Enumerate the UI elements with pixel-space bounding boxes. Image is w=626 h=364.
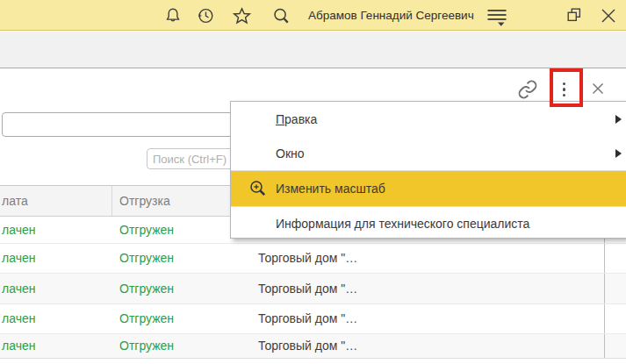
application-window: Абрамов Геннадий Сергеевич <box>0 0 626 364</box>
payment-cell: лачен <box>0 274 112 303</box>
payment-cell: лачен <box>0 217 112 243</box>
shipment-cell: Отгружен <box>112 334 252 358</box>
user-name: Абрамов Геннадий Сергеевич <box>308 0 474 31</box>
menu-item-window[interactable]: Окно <box>231 136 626 170</box>
table-row[interactable]: лачен Отгружен Торговый дом "… <box>0 274 626 304</box>
close-window-icon[interactable] <box>600 6 617 25</box>
table-row[interactable]: лачен Отгружен Торговый дом "… <box>0 244 626 274</box>
customer-cell: Торговый дом "… <box>252 304 605 333</box>
customer-cell: Торговый дом "… <box>252 334 605 358</box>
titlebar: Абрамов Геннадий Сергеевич <box>0 0 626 31</box>
history-icon[interactable] <box>196 6 215 25</box>
shipment-cell: Отгружен <box>112 304 252 333</box>
table-row[interactable]: лачен Отгружен Торговый дом "… <box>0 304 626 334</box>
restore-icon[interactable] <box>565 6 583 25</box>
payment-cell: лачен <box>0 244 112 273</box>
submenu-arrow-icon <box>615 149 622 158</box>
shipment-cell: Отгружен <box>112 244 252 273</box>
table-row[interactable]: лачен Отгружен Торговый дом "… <box>0 334 626 359</box>
more-menu-kebab-icon[interactable] <box>558 81 570 98</box>
search-icon[interactable] <box>271 6 291 25</box>
payment-cell: лачен <box>0 304 112 333</box>
payment-cell: лачен <box>0 334 112 358</box>
link-icon[interactable] <box>517 79 538 100</box>
customer-cell: Торговый дом "… <box>252 244 605 273</box>
menu-item-change-zoom[interactable]: Изменить масштаб <box>231 171 626 206</box>
favorites-star-icon[interactable] <box>232 6 251 25</box>
column-header-payment[interactable]: лата <box>0 186 112 216</box>
shipment-cell: Отгружен <box>112 274 252 303</box>
zoom-in-icon <box>248 179 268 198</box>
service-menu-icon[interactable] <box>486 5 508 28</box>
context-menu: Правка Окно Изменить масштаб Информация … <box>230 101 626 239</box>
submenu-arrow-icon <box>615 115 622 124</box>
menu-item-edit[interactable]: Правка <box>231 102 626 136</box>
form-close-icon[interactable] <box>592 82 604 95</box>
toolbar-strip <box>0 32 626 68</box>
menu-item-tech-info[interactable]: Информация для технического специалиста <box>231 207 626 239</box>
minimize-icon[interactable] <box>525 4 546 27</box>
customer-cell: Торговый дом "… <box>252 274 605 303</box>
notifications-bell-icon[interactable] <box>163 6 183 25</box>
